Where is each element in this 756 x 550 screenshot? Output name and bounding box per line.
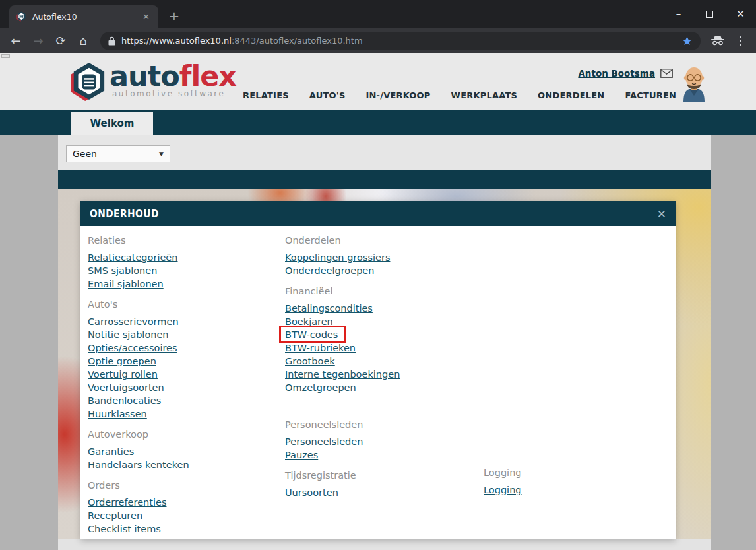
modal-body: Relaties Relatiecategorieën SMS sjablone…: [80, 226, 676, 539]
bottom-strip: [58, 539, 711, 550]
section-header: Personeelsleden: [285, 419, 478, 430]
link-voertuigsoorten[interactable]: Voertuigsoorten: [88, 381, 164, 394]
section-header: Onderdelen: [285, 234, 478, 246]
browser-menu-button[interactable]: [731, 32, 749, 50]
stray-scroll-fragment: [1, 54, 10, 58]
section-orders: Orders Orderreferenties Recepturen Check…: [88, 479, 280, 535]
link-pauzes[interactable]: Pauzes: [285, 448, 318, 462]
link-checklist-items[interactable]: Checklist items: [88, 522, 161, 535]
link-btw-rubrieken[interactable]: BTW-rubrieken: [285, 341, 356, 355]
link-orderreferenties[interactable]: Orderreferenties: [88, 496, 166, 509]
modal-close-icon[interactable]: ✕: [657, 207, 666, 221]
new-tab-button[interactable]: +: [166, 8, 182, 24]
link-interne-tegenboekingen[interactable]: Interne tegenboekingen: [285, 368, 400, 381]
link-email-sjablonen[interactable]: Email sjablonen: [88, 277, 164, 291]
link-optie-groepen[interactable]: Optie groepen: [88, 355, 156, 368]
close-button[interactable]: ✕: [725, 0, 756, 28]
link-uursoorten[interactable]: Uursoorten: [285, 486, 338, 499]
autoflex-logo[interactable]: autoflex automotive software: [69, 61, 236, 102]
link-huurklassen[interactable]: Huurklassen: [88, 407, 147, 421]
bookmark-star-icon[interactable]: [681, 36, 693, 46]
link-btw-codes[interactable]: BTW-codes: [285, 328, 338, 341]
link-notitie-sjablonen[interactable]: Notitie sjablonen: [88, 328, 169, 341]
background-photo: ONDERHOUD ✕ Relaties Relatiecategorieën …: [58, 189, 711, 539]
tab-welkom[interactable]: Welkom: [71, 112, 153, 135]
filter-dropdown-value: Geen: [73, 149, 97, 159]
user-line: Anton Bootsma: [578, 68, 673, 79]
section-onderdelen: Onderdelen Koppelingen grossiers Onderde…: [285, 234, 478, 277]
link-recepturen[interactable]: Recepturen: [88, 509, 142, 522]
three-dots-icon: [732, 36, 748, 46]
section-header: Orders: [88, 479, 280, 491]
modal-header: ONDERHOUD ✕: [80, 201, 676, 226]
autoflex-hexagon-icon: [69, 61, 107, 102]
main-navigation: RELATIES AUTO'S IN-/VERKOOP WERKPLAATS O…: [243, 90, 676, 100]
section-autoverkoop: Autoverkoop Garanties Handelaars kenteke…: [88, 429, 280, 471]
logo-text: autoflex automotive software: [110, 61, 236, 98]
filter-dropdown[interactable]: Geen ▼: [66, 145, 170, 162]
link-logging[interactable]: Logging: [484, 483, 522, 497]
logo-subtitle: automotive software: [110, 89, 236, 98]
link-onderdeelgroepen[interactable]: Onderdeelgroepen: [285, 264, 374, 277]
link-boekjaren[interactable]: Boekjaren: [285, 315, 333, 328]
link-betalingscondities[interactable]: Betalingscondities: [285, 302, 373, 315]
page-lower: Geen ▼ ONDERHOUD ✕ Relaties Relatiecateg…: [0, 135, 756, 550]
modal-column-2: Onderdelen Koppelingen grossiers Onderde…: [285, 226, 478, 499]
back-button[interactable]: ←: [7, 32, 25, 50]
url-text: https://www.autoflex10.nl:8443/autoflex/…: [121, 36, 363, 46]
minimize-button[interactable]: –: [663, 0, 694, 28]
link-voertuig-rollen[interactable]: Voertuig rollen: [88, 368, 158, 381]
filter-toolbar: Geen ▼: [58, 135, 711, 170]
teal-band: [58, 170, 711, 189]
logo-word-flex: flex: [179, 59, 236, 92]
nav-onderdelen[interactable]: ONDERDELEN: [538, 90, 604, 100]
link-relatiecategorieen[interactable]: Relatiecategorieën: [88, 251, 177, 264]
tab-close-icon[interactable]: ✕: [141, 12, 152, 22]
nav-autos[interactable]: AUTO'S: [309, 90, 346, 100]
url-bar[interactable]: https://www.autoflex10.nl:8443/autoflex/…: [100, 32, 701, 50]
section-header: Autoverkoop: [88, 429, 280, 440]
app-header: autoflex automotive software RELATIES AU…: [0, 53, 756, 110]
browser-tab[interactable]: Autoflex10 ✕: [9, 5, 158, 28]
envelope-icon[interactable]: [660, 69, 673, 78]
modal-title: ONDERHOUD: [90, 208, 159, 220]
section-header: Financiëel: [285, 285, 478, 297]
nav-werkplaats[interactable]: WERKPLAATS: [451, 90, 517, 100]
user-name-link[interactable]: Anton Bootsma: [578, 68, 655, 79]
user-avatar[interactable]: [678, 65, 710, 102]
lock-icon: [108, 36, 115, 46]
link-opties-accessoires[interactable]: Opties/accessoires: [88, 341, 177, 355]
browser-chrome: Autoflex10 ✕ + – ✕ ← → ⟳ ⌂ https://www.a…: [0, 0, 756, 53]
onderhoud-modal: ONDERHOUD ✕ Relaties Relatiecategorieën …: [80, 201, 676, 539]
section-header: Relaties: [88, 234, 280, 246]
link-personeelsleden[interactable]: Personeelsleden: [285, 435, 363, 448]
link-handelaars-kenteken[interactable]: Handelaars kenteken: [88, 458, 189, 471]
section-header: Logging: [484, 467, 668, 479]
link-omzetgroepen[interactable]: Omzetgroepen: [285, 381, 356, 394]
tab-welkom-label: Welkom: [90, 118, 135, 129]
link-grootboek[interactable]: Grootboek: [285, 355, 335, 368]
link-bandenlocaties[interactable]: Bandenlocaties: [88, 394, 161, 407]
tab-strip: Autoflex10 ✕ + – ✕: [0, 0, 756, 28]
maximize-button[interactable]: [694, 0, 725, 28]
incognito-icon: [709, 32, 727, 50]
highlight-box: [279, 326, 346, 343]
url-path: :8443/autoflex/autoflex10.htm: [232, 36, 363, 46]
chevron-down-icon: ▼: [159, 151, 164, 157]
forward-button[interactable]: →: [29, 32, 47, 50]
section-tijdsregistratie: Tijdsregistratie Uursoorten: [285, 469, 478, 499]
tab-title: Autoflex10: [32, 12, 135, 22]
reload-button[interactable]: ⟳: [51, 32, 70, 50]
nav-in-verkoop[interactable]: IN-/VERKOOP: [365, 90, 430, 100]
link-carrosserievormen[interactable]: Carrosserievormen: [88, 315, 179, 328]
link-sms-sjablonen[interactable]: SMS sjablonen: [88, 264, 157, 277]
app-tab-bar: Welkom: [0, 110, 756, 135]
page-content: Geen ▼ ONDERHOUD ✕ Relaties Relatiecateg…: [58, 135, 711, 550]
nav-relaties[interactable]: RELATIES: [243, 90, 289, 100]
section-relaties: Relaties Relatiecategorieën SMS sjablone…: [88, 234, 280, 291]
nav-facturen[interactable]: FACTUREN: [625, 90, 676, 100]
home-button[interactable]: ⌂: [74, 32, 92, 50]
link-garanties[interactable]: Garanties: [88, 445, 134, 458]
section-logging: Logging Logging: [484, 467, 668, 497]
link-koppelingen-grossiers[interactable]: Koppelingen grossiers: [285, 251, 390, 264]
